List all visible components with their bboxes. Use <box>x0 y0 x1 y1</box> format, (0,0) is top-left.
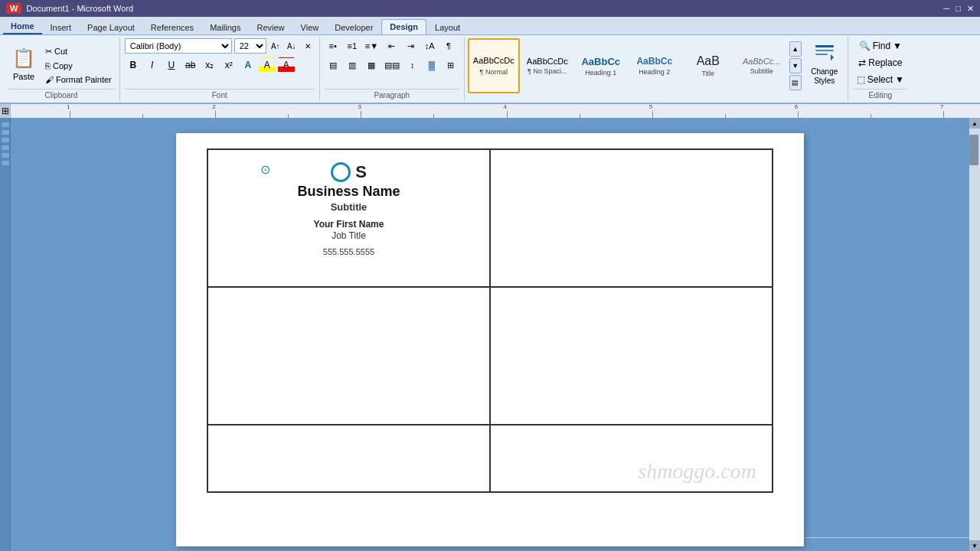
replace-icon: ⇄ <box>858 57 866 68</box>
cut-icon: ✂ <box>45 47 52 57</box>
decrease-indent-button[interactable]: ⇤ <box>383 38 400 54</box>
sidebar-marker-3[interactable] <box>2 138 9 142</box>
styles-expand[interactable]: ▤ <box>789 75 802 90</box>
font-label: Font <box>125 89 315 99</box>
borders-button[interactable]: ⊞ <box>443 57 459 73</box>
card-cell-main[interactable]: ⊙ S Business Name Subtitle Your First Na… <box>207 149 490 287</box>
italic-button[interactable]: I <box>144 57 161 73</box>
card-cell-top-right[interactable] <box>490 149 773 287</box>
line-spacing-button[interactable]: ↕ <box>404 57 421 73</box>
sort-button[interactable]: ↕A <box>421 38 438 54</box>
ruler-left-corner[interactable]: ⊞ <box>0 104 11 118</box>
font-size-select[interactable]: 22 <box>234 38 266 54</box>
card-cell-mid-left[interactable] <box>207 287 490 425</box>
underline-button[interactable]: U <box>163 57 180 73</box>
tab-developer[interactable]: Developer <box>327 21 381 34</box>
svg-rect-1 <box>815 50 834 51</box>
ribbon: 📋 Paste ✂ Cut ⎘ Copy 🖌 Format Painter <box>0 35 980 104</box>
replace-label: Replace <box>868 57 902 68</box>
style-no-spacing[interactable]: AaBbCcDc ¶ No Spaci... <box>521 38 573 93</box>
card-cell-mid-right[interactable] <box>490 287 773 425</box>
numbering-button[interactable]: ≡1 <box>344 38 361 54</box>
bold-button[interactable]: B <box>125 57 142 73</box>
card-s-letter: S <box>355 162 367 182</box>
style-heading1[interactable]: AaBbCc Heading 1 <box>575 38 627 93</box>
replace-button[interactable]: ⇄ Replace <box>854 55 906 70</box>
sidebar-marker-5[interactable] <box>2 153 9 158</box>
style-normal[interactable]: AaBbCcDc ¶ Normal <box>468 38 520 93</box>
tab-page-layout[interactable]: Page Layout <box>80 21 142 34</box>
style-subtitle-preview: AaBbCc... <box>743 57 781 66</box>
maximize-btn[interactable]: □ <box>956 4 961 14</box>
clipboard-group: 📋 Paste ✂ Cut ⎘ Copy 🖌 Format Painter <box>3 37 120 101</box>
find-icon: 🔍 <box>859 41 871 51</box>
watermark: shmoggo.com <box>638 459 756 484</box>
tab-mailings[interactable]: Mailings <box>202 21 248 34</box>
card-cell-bot-left[interactable] <box>207 425 490 492</box>
ruler-tick: 5 <box>616 104 689 118</box>
text-effects-button[interactable]: A <box>240 57 256 73</box>
subscript-button[interactable]: x₂ <box>201 57 218 73</box>
select-button[interactable]: ⬚ Select ▼ <box>853 72 908 87</box>
card-phone[interactable]: 555.555.5555 <box>323 247 374 256</box>
card-job-title[interactable]: Job Title <box>332 230 366 241</box>
shading-button[interactable]: ▓ <box>423 57 440 73</box>
style-subtitle[interactable]: AaBbCc... Subtitle <box>736 38 788 93</box>
vertical-scrollbar[interactable]: ▲ ▼ <box>969 118 980 551</box>
highlight-button[interactable]: A <box>259 57 276 73</box>
decrease-font-btn[interactable]: A↓ <box>285 39 299 53</box>
clear-format-btn[interactable]: ✕ <box>301 39 315 53</box>
tab-layout[interactable]: Layout <box>427 21 468 34</box>
sidebar-marker-2[interactable] <box>2 130 9 135</box>
style-title[interactable]: AaB Title <box>682 38 734 93</box>
styles-scroll-up[interactable]: ▲ <box>789 41 802 57</box>
paste-button[interactable]: 📋 Paste <box>8 42 40 86</box>
cut-button[interactable]: ✂ Cut <box>42 45 115 58</box>
tab-home[interactable]: Home <box>3 19 42 34</box>
ruler-tick <box>252 104 325 118</box>
card-your-name[interactable]: Your First Name <box>314 219 384 230</box>
document-page: ⊙ S Business Name Subtitle Your First Na… <box>176 133 804 546</box>
style-heading1-label: Heading 1 <box>585 69 616 77</box>
styles-scroll-down[interactable]: ▼ <box>789 58 802 73</box>
tab-view[interactable]: View <box>293 21 327 34</box>
strikethrough-button[interactable]: ab <box>182 57 199 73</box>
superscript-button[interactable]: x² <box>220 57 237 73</box>
font-family-select[interactable]: Calibri (Body) <box>125 38 232 54</box>
tab-insert[interactable]: Insert <box>43 21 80 34</box>
card-cell-bot-right[interactable]: shmoggo.com <box>490 425 773 492</box>
copy-button[interactable]: ⎘ Copy <box>42 60 115 72</box>
card-subtitle[interactable]: Subtitle <box>331 201 368 213</box>
align-center-button[interactable]: ▥ <box>344 57 361 73</box>
change-styles-button[interactable]: ChangeStyles <box>805 38 844 90</box>
format-painter-button[interactable]: 🖌 Format Painter <box>42 73 115 86</box>
sidebar-marker-4[interactable] <box>2 145 9 150</box>
find-button[interactable]: 🔍 Find ▼ <box>855 38 906 54</box>
copy-icon: ⎘ <box>45 61 51 70</box>
document-canvas[interactable]: ⊙ S Business Name Subtitle Your First Na… <box>11 118 969 551</box>
card-business-name[interactable]: Business Name <box>297 184 400 200</box>
align-left-button[interactable]: ▤ <box>325 57 341 73</box>
tab-references[interactable]: References <box>143 21 201 34</box>
scroll-thumb[interactable] <box>969 135 978 165</box>
justify-button[interactable]: ▤▤ <box>382 57 402 73</box>
style-title-preview: AaB <box>697 54 720 68</box>
show-marks-button[interactable]: ¶ <box>440 38 457 54</box>
multilevel-button[interactable]: ≡▼ <box>363 38 381 54</box>
sidebar-marker-1[interactable] <box>2 122 9 127</box>
ruler: 1 2 3 4 5 6 7 <box>11 104 980 118</box>
minimize-btn[interactable]: ─ <box>944 4 950 14</box>
sidebar-marker-6[interactable] <box>2 161 9 165</box>
paste-label: Paste <box>13 72 34 81</box>
ruler-tick <box>835 104 907 118</box>
scroll-up-arrow[interactable]: ▲ <box>969 118 980 129</box>
style-heading2[interactable]: AaBbCc Heading 2 <box>629 38 681 93</box>
increase-font-btn[interactable]: A↑ <box>269 39 283 53</box>
align-right-button[interactable]: ▦ <box>363 57 380 73</box>
increase-indent-button[interactable]: ⇥ <box>402 38 419 54</box>
close-btn[interactable]: ✕ <box>967 4 974 14</box>
bullets-button[interactable]: ≡• <box>325 38 341 54</box>
tab-review[interactable]: Review <box>249 21 292 34</box>
tab-design[interactable]: Design <box>381 19 426 34</box>
font-color-button[interactable]: A <box>278 57 295 73</box>
